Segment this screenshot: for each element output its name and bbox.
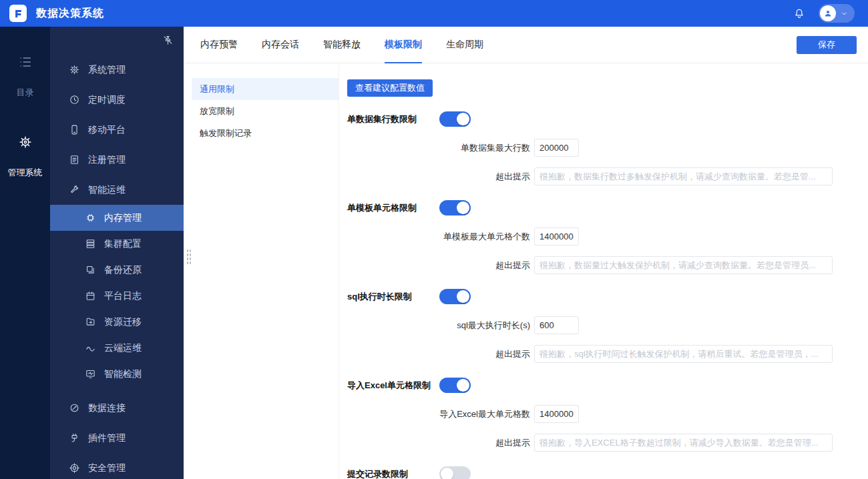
tab-memory-warning[interactable]: 内存预警 [200,27,238,63]
toggle-knob [441,468,453,479]
template-exceed-tip-input[interactable] [534,256,833,274]
subnav-label: 通用限制 [200,83,234,95]
chevron-down-icon [841,10,848,17]
tab-template-limit[interactable]: 模板限制 [385,27,422,63]
field-row: 超出提示 [347,434,857,452]
dataset-exceed-tip-input[interactable] [534,167,833,185]
sidebar-item-scheduler[interactable]: 定时调度 [50,85,184,115]
notification-bell-icon[interactable] [793,7,805,19]
sidebar-item-plugin-mgmt[interactable]: 插件管理 [50,423,184,453]
view-suggested-config-button[interactable]: 查看建议配置数值 [347,79,433,97]
sidebar-item-intelligent-detection[interactable]: 智能检测 [50,361,184,387]
mobile-icon [69,124,80,135]
toggle-excel-cell-limit[interactable] [439,378,471,393]
sidebar-item-label: 平台日志 [104,290,142,302]
save-button[interactable]: 保存 [797,36,857,54]
sidebar-item-security-mgmt[interactable]: 安全管理 [50,453,184,479]
max-dataset-rows-input[interactable] [534,139,579,157]
tab-label: 生命周期 [446,39,483,51]
sidebar-item-mobile-platform[interactable]: 移动平台 [50,115,184,145]
migrate-folder-icon [85,316,96,328]
sidebar-item-resource-migration[interactable]: 资源迁移 [50,309,184,335]
log-calendar-icon [85,290,96,302]
cluster-icon [85,238,96,250]
unpin-sidebar-icon[interactable] [162,35,174,46]
field-row: 超出提示 [347,167,857,185]
subnav-item-trigger-records[interactable]: 触发限制记录 [192,122,339,144]
field-label: 超出提示 [347,260,534,272]
toggle-submit-record-limit[interactable] [439,466,471,479]
section-label: sql执行时长限制 [347,291,439,303]
sidebar-drag-handle[interactable] [186,249,192,265]
tab-smart-release[interactable]: 智能释放 [323,27,361,63]
content-area: 通用限制 放宽限制 触发限制记录 查看建议配置数值 单数据集行数限制 单数据集最… [184,63,868,479]
rail-item-admin-system[interactable]: 管理系统 [8,135,43,179]
sidebar-item-backup-restore[interactable]: 备份还原 [50,257,184,283]
field-row: sql最大执行时长(s) [347,316,857,334]
field-label: 单数据集最大行数 [347,142,534,154]
toggle-knob [457,379,469,392]
sidebar-item-label: 系统管理 [88,64,126,76]
rail-item-label: 管理系统 [8,167,43,179]
app-logo[interactable] [9,5,27,22]
sidebar-item-intelligent-ops[interactable]: 智能运维 [50,175,184,205]
limit-settings-form: 查看建议配置数值 单数据集行数限制 单数据集最大行数 超出提示 单模板单元格限制 [339,63,868,479]
tab-memory-session[interactable]: 内存会话 [262,27,299,63]
max-sql-duration-input[interactable] [534,316,579,334]
subnav-label: 触发限制记录 [200,127,252,139]
subnav-item-relaxed-limit[interactable]: 放宽限制 [192,100,339,122]
sidebar-item-data-connection[interactable]: 数据连接 [50,393,184,423]
sidebar-item-label: 移动平台 [88,124,126,136]
toggle-template-cell-limit[interactable] [439,200,471,215]
field-row: 单模板最大单元格个数 [347,227,857,246]
toggle-dataset-row-limit[interactable] [439,111,471,127]
toggle-knob [457,201,469,214]
security-target-icon [69,462,80,474]
avatar [820,5,836,21]
sidebar-item-label: 插件管理 [88,432,126,444]
admin-sidebar: 系统管理 定时调度 移动平台 注册管理 智能运维 内存管理 集群配置 备份还 [50,27,184,479]
sidebar-item-memory-mgmt[interactable]: 内存管理 [50,205,184,231]
section-dataset-row-limit: 单数据集行数限制 [347,110,857,128]
sidebar-item-cluster-config[interactable]: 集群配置 [50,231,184,257]
tab-lifecycle[interactable]: 生命周期 [446,27,483,63]
field-label: sql最大执行时长(s) [347,320,534,332]
subnav-item-general-limit[interactable]: 通用限制 [192,78,339,100]
user-icon [823,9,833,18]
max-excel-cells-input[interactable] [534,405,579,423]
sidebar-item-system-mgmt[interactable]: 系统管理 [50,55,184,85]
toggle-sql-duration-limit[interactable] [439,289,471,304]
monitor-pulse-icon [85,368,96,380]
subnav-label: 放宽限制 [200,105,234,117]
plug-icon [69,432,80,444]
sidebar-item-label: 内存管理 [104,212,142,224]
app-title: 数据决策系统 [36,7,104,21]
gear-icon [69,64,80,75]
sql-exceed-tip-input[interactable] [534,345,833,363]
user-menu[interactable] [819,4,855,23]
clock-icon [69,94,80,105]
wave-chart-icon [85,342,96,354]
brand-icon [13,9,23,19]
field-row: 导入Excel最大单元格数 [347,405,857,423]
section-label: 导入Excel单元格限制 [347,380,439,392]
sidebar-item-cloud-ops[interactable]: 云端运维 [50,335,184,361]
tab-label: 内存预警 [200,39,238,51]
wrench-icon [69,184,80,195]
sidebar-item-label: 数据连接 [88,402,126,414]
sidebar-item-label: 资源迁移 [104,316,142,328]
rail-item-directory[interactable]: 目录 [17,55,34,99]
section-template-cell-limit: 单模板单元格限制 [347,199,857,217]
main-panel: 内存预警 内存会话 智能释放 模板限制 生命周期 保存 通用限制 放宽限制 触发… [184,27,868,479]
sidebar-item-registration[interactable]: 注册管理 [50,145,184,175]
field-row: 超出提示 [347,345,857,363]
section-excel-cell-limit: 导入Excel单元格限制 [347,376,857,394]
sidebar-item-platform-logs[interactable]: 平台日志 [50,283,184,309]
max-template-cells-input[interactable] [534,227,579,246]
topbar: 数据决策系统 [0,0,868,27]
topbar-right [793,4,855,23]
sidebar-item-label: 云端运维 [104,342,142,354]
field-label: 单模板最大单元格个数 [347,231,534,243]
section-label: 提交记录数限制 [347,468,439,479]
excel-exceed-tip-input[interactable] [534,434,833,452]
